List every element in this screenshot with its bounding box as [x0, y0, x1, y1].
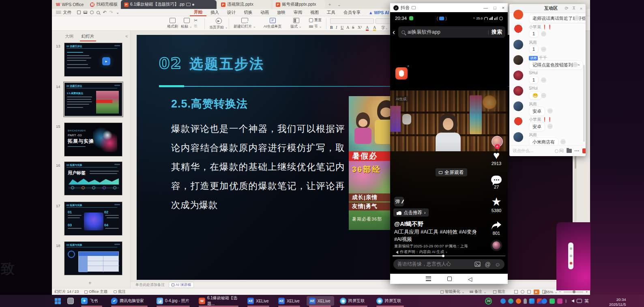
star-icon[interactable]: ★	[491, 197, 501, 207]
translate-icon[interactable]: ⋯	[541, 93, 546, 98]
quickbar-dropdown-icon[interactable]: ⌄	[114, 10, 121, 15]
output-icon[interactable]	[82, 10, 88, 15]
menu-view[interactable]: 视图	[306, 9, 323, 16]
smart-beautify-button[interactable]: 智能美化⌄	[440, 288, 465, 295]
video-player[interactable]: AI生成 全屏观看 + ♥ 2913 27 ★ 5380	[390, 90, 508, 255]
new-tab-button[interactable]: +	[325, 0, 334, 9]
search-input[interactable]: ai换装软件app | 搜索	[398, 26, 505, 38]
translate-icon[interactable]: ⋯	[547, 124, 553, 129]
dismiss-card-icon[interactable]: ×	[407, 64, 409, 68]
comment-input-bar[interactable]: 善语结善缘，恶言伤人心 @ ☺	[393, 259, 504, 269]
tray-app-icon[interactable]	[516, 298, 521, 304]
menu-slideshow[interactable]: 放映	[273, 9, 290, 16]
edge-icon[interactable]	[508, 298, 513, 304]
security-shield-icon[interactable]	[542, 298, 547, 304]
avatar[interactable]	[513, 71, 523, 80]
heart-icon[interactable]: ♥	[493, 150, 500, 160]
preview-icon[interactable]	[95, 10, 101, 15]
tab-docer-template[interactable]: 稻 找稻壳模板	[87, 0, 121, 9]
format-painter-button[interactable]: 格式刷	[167, 18, 178, 29]
theme-indicator[interactable]: Office 主题	[84, 288, 107, 295]
menu-home[interactable]: 开始	[190, 9, 206, 16]
translate-icon[interactable]: ⋯	[541, 77, 546, 83]
normal-view-icon[interactable]	[514, 290, 518, 294]
bold-button[interactable]: B	[330, 25, 333, 30]
back-icon[interactable]: ‹	[393, 28, 395, 36]
wps-home-button[interactable]: W WPS Office	[53, 0, 87, 9]
task-view-button[interactable]	[65, 296, 76, 306]
wechat-tray-icon[interactable]	[550, 298, 555, 304]
follow-author[interactable]: +	[488, 136, 506, 149]
refresh-icon[interactable]: ⟳	[564, 6, 569, 11]
taskbar-item-crossscreen-1[interactable]: ◉ 跨屏互联	[337, 296, 371, 306]
cut-button[interactable]: ✂ ⎘	[194, 18, 197, 28]
network-monitor-icon[interactable]	[577, 299, 582, 303]
avatar[interactable]	[513, 10, 523, 19]
panel-tab-slides[interactable]: 幻灯片	[80, 32, 96, 41]
char-a-button[interactable]: A	[346, 25, 349, 30]
taskbar-item-wps[interactable]: W 6.1爆款秘籍【选题...	[196, 296, 242, 306]
app-result-card[interactable]	[395, 67, 408, 79]
share-arrow-icon[interactable]	[491, 221, 502, 230]
reading-view-icon[interactable]	[521, 290, 524, 294]
comment-control[interactable]: 27	[487, 176, 505, 189]
avatar[interactable]	[513, 86, 523, 96]
avatar[interactable]	[513, 117, 523, 127]
chat-bubble[interactable]: 1	[529, 30, 539, 38]
avatar[interactable]	[513, 101, 523, 111]
ai-speech-button[interactable]: AI 演讲稿	[169, 282, 194, 288]
close-button[interactable]: ×	[502, 5, 504, 10]
layout-button[interactable]: 版式 ⌄	[290, 18, 302, 29]
menu-tools[interactable]: 工具	[323, 9, 339, 16]
follow-plus-icon[interactable]: +	[495, 144, 500, 149]
ime-indicator[interactable]: 英	[584, 298, 589, 304]
notes-bar[interactable]: 单击此处添加备注 AI 演讲稿	[131, 281, 590, 288]
save-icon[interactable]	[75, 10, 82, 15]
translate-icon[interactable]: ⋯	[547, 108, 553, 114]
menu-insert[interactable]: 插入	[206, 9, 223, 16]
menu-design[interactable]: 设计	[223, 9, 240, 16]
floating-mini-toolbar[interactable]	[568, 243, 573, 269]
close-chat-icon[interactable]: ×	[578, 6, 584, 11]
superscript-button[interactable]: X²	[358, 25, 362, 30]
translate-icon[interactable]: ⋯	[541, 31, 546, 36]
mention-icon[interactable]: @	[485, 261, 490, 268]
comment-indicator[interactable]: 批注	[114, 288, 126, 295]
comment-icon[interactable]	[491, 176, 502, 184]
search-button[interactable]: 搜索	[492, 28, 502, 36]
chat-bubble[interactable]: 😁	[529, 91, 542, 100]
bluetooth-tray-icon[interactable]: ᛒ	[565, 299, 567, 303]
microphone-icon[interactable]	[524, 298, 527, 304]
pin-icon[interactable]: ⊼	[571, 6, 577, 11]
gift-icon[interactable]	[582, 148, 586, 153]
highlight-button[interactable]: A	[373, 25, 376, 31]
avatar[interactable]	[513, 24, 523, 34]
sorter-view-icon[interactable]	[527, 290, 531, 294]
zoom-level[interactable]: 155%⌄	[543, 288, 558, 295]
home-button[interactable]	[447, 277, 452, 281]
more-icon[interactable]: •••	[575, 149, 580, 153]
author-handle[interactable]: @AI蝎不野	[394, 220, 423, 228]
folder-icon[interactable]	[567, 149, 572, 153]
slide-thumbnail-13[interactable]: 02 选题五步法 ▸	[64, 43, 122, 77]
slideshow-play-button[interactable]: ▶	[534, 290, 539, 294]
menu-review[interactable]: 审阅	[290, 9, 306, 16]
avatar[interactable]	[513, 40, 523, 49]
danmu-toggle[interactable]: 弹	[394, 197, 404, 206]
add-slide-button[interactable]: +	[88, 280, 92, 286]
ai-generate-page-button[interactable]: P AI生成单页	[264, 18, 282, 29]
video-progress-bar[interactable]	[393, 255, 505, 256]
translate-icon[interactable]: ⋯	[560, 139, 566, 144]
recents-button[interactable]	[426, 277, 431, 281]
tray-badge[interactable]: 39	[483, 296, 494, 306]
video-caption[interactable]: AI工具应用 #AI工具 #AI特效 #AI变身 #AI视频	[394, 228, 480, 243]
tray-app-icon[interactable]	[500, 298, 506, 304]
slide-thumbnail-14[interactable]: 02 选题五步法 2.5.高赞转换法	[64, 82, 122, 116]
font-size-select[interactable]	[376, 18, 392, 24]
recommend-button[interactable]: 点击推荐 ›	[393, 208, 429, 217]
panel-collapse-icon[interactable]: <	[125, 34, 128, 39]
slide-thumbnail-17[interactable]: 03 拓展与实操 01 02 03 04	[64, 202, 122, 236]
minimize-button[interactable]: —	[483, 5, 488, 10]
douyin-title-bar[interactable]: ♪ 抖音 — □ ×	[390, 3, 508, 12]
chat-bubble[interactable]: 安卓	[529, 122, 545, 131]
